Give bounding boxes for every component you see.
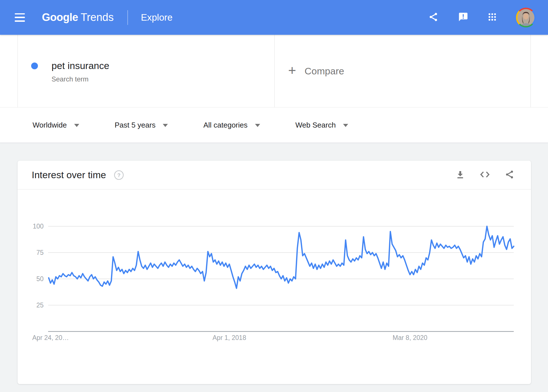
feedback-button[interactable] [457, 12, 468, 23]
embed-button[interactable] [479, 169, 491, 181]
google-trends-logo[interactable]: GoogleTrends [42, 11, 114, 23]
help-button[interactable]: ? [114, 170, 124, 180]
chevron-down-icon [163, 124, 168, 127]
main-content: 100755025Apr 24, 20…Apr 1, 2018Mar 8, 20… [0, 143, 548, 392]
filter-region[interactable]: Worldwide [33, 121, 79, 130]
filter-region-label: Worldwide [33, 121, 67, 130]
svg-text:?: ? [117, 172, 121, 178]
download-csv-button[interactable] [455, 169, 466, 181]
term-compare-divider [274, 35, 275, 107]
header-divider [127, 10, 128, 25]
interest-over-time-card: 100755025Apr 24, 20…Apr 1, 2018Mar 8, 20… [18, 161, 531, 384]
apps-grid-icon [487, 12, 497, 23]
logo-google: Google [42, 11, 78, 23]
filters-bar: Worldwide Past 5 years All categories We… [0, 107, 548, 143]
panel-right-rule [530, 35, 531, 107]
share-chart-button[interactable] [504, 169, 515, 181]
apps-button[interactable] [487, 12, 498, 23]
interest-line-chart: 100755025Apr 24, 20…Apr 1, 2018Mar 8, 20… [18, 161, 531, 384]
svg-text:75: 75 [36, 249, 44, 256]
share-icon [428, 12, 438, 23]
interest-chart-plot[interactable]: 100755025Apr 24, 20…Apr 1, 2018Mar 8, 20… [18, 161, 531, 384]
menu-icon [15, 13, 25, 15]
download-icon [455, 169, 465, 181]
share-icon [505, 170, 514, 180]
chevron-down-icon [255, 124, 260, 127]
add-comparison-button[interactable]: + Compare [288, 35, 344, 107]
chart-title: Interest over time [32, 169, 106, 180]
menu-button[interactable] [15, 13, 25, 22]
svg-text:100: 100 [33, 223, 44, 230]
chevron-down-icon [343, 124, 348, 127]
filter-time-range[interactable]: Past 5 years [115, 121, 168, 130]
account-avatar[interactable] [516, 8, 536, 27]
avatar-photo [517, 9, 534, 26]
svg-text:50: 50 [36, 275, 44, 283]
page-title: Explore [141, 12, 173, 23]
filter-search-type-label: Web Search [296, 121, 336, 130]
embed-code-icon [480, 169, 490, 181]
logo-trends: Trends [81, 11, 114, 23]
svg-text:Mar 8, 2020: Mar 8, 2020 [393, 334, 427, 341]
search-term-text: pet insurance [52, 60, 109, 71]
filter-search-type[interactable]: Web Search [296, 121, 348, 130]
chart-card-header: Interest over time ? [18, 161, 531, 189]
svg-text:Apr 1, 2018: Apr 1, 2018 [213, 334, 246, 341]
search-terms-panel: pet insurance Search term + Compare [0, 35, 548, 107]
question-mark-icon: ? [114, 170, 124, 180]
plus-icon: + [288, 64, 296, 77]
filter-time-label: Past 5 years [115, 121, 156, 130]
svg-text:Apr 24, 20…: Apr 24, 20… [32, 334, 69, 341]
app-header: GoogleTrends Explore [0, 0, 548, 35]
filter-category-label: All categories [203, 121, 247, 130]
svg-text:25: 25 [36, 301, 44, 309]
search-term-type: Search term [52, 75, 109, 83]
feedback-icon [458, 12, 468, 23]
filter-category[interactable]: All categories [203, 121, 260, 130]
series-color-dot [31, 63, 38, 69]
compare-label: Compare [305, 66, 344, 77]
share-button[interactable] [428, 12, 439, 23]
chevron-down-icon [74, 124, 79, 127]
